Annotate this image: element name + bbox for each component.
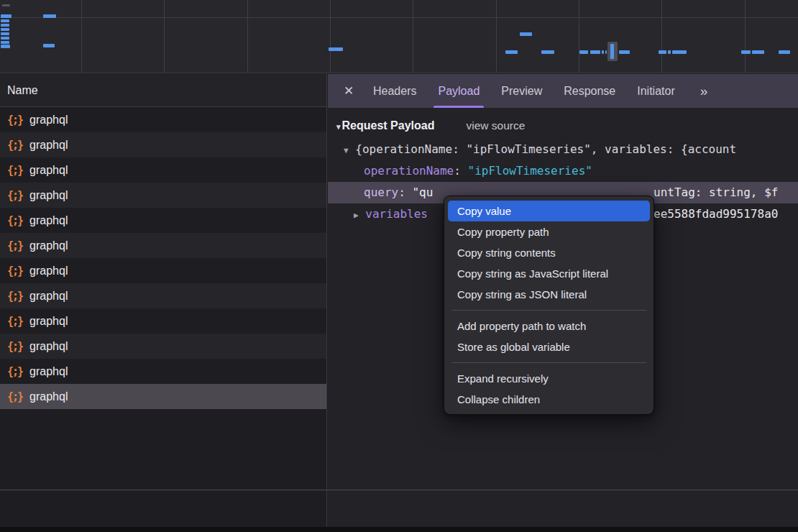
tab-payload[interactable]: Payload	[427, 74, 490, 108]
json-braces-icon: {;}	[7, 390, 22, 403]
overview-request-bar	[505, 50, 518, 54]
request-payload-title: Request Payload	[342, 119, 435, 132]
network-overview-timeline[interactable]	[0, 0, 798, 73]
network-request-row[interactable]: {;}graphql	[0, 384, 326, 409]
overview-lane-divider	[0, 17, 798, 18]
section-collapse-icon[interactable]: ▾	[336, 122, 341, 132]
overview-request-bar	[1, 24, 9, 27]
request-name-label: graphql	[29, 114, 68, 127]
request-name-label: graphql	[29, 164, 68, 177]
value-overflow-fragment: untTag: string, $f	[653, 182, 778, 203]
overview-gridline	[579, 0, 579, 73]
context-menu: Copy valueCopy property pathCopy string …	[444, 196, 654, 415]
json-braces-icon: {;}	[7, 214, 22, 227]
summary-divider	[0, 490, 798, 490]
request-name-label: graphql	[29, 390, 68, 403]
tab-headers[interactable]: Headers	[362, 74, 427, 108]
request-name-label: graphql	[29, 365, 68, 378]
network-request-row[interactable]: {;}graphql	[0, 359, 326, 384]
overview-request-bar	[541, 50, 554, 54]
menu-item-copy-value[interactable]: Copy value	[448, 201, 650, 221]
overview-request-bar	[752, 50, 764, 54]
overview-request-bar	[605, 50, 607, 54]
overview-request-bar	[1, 32, 9, 35]
tree-twisty-icon[interactable]: ▼	[344, 146, 349, 155]
overview-gridline	[81, 0, 82, 73]
bottom-edge-bar	[0, 527, 798, 532]
property-key: variables	[365, 207, 428, 221]
request-name-label: graphql	[29, 139, 68, 152]
network-request-row[interactable]: {;}graphql	[0, 208, 326, 233]
json-braces-icon: {;}	[7, 164, 22, 177]
overview-gridline	[745, 0, 746, 73]
network-request-row[interactable]: {;}graphql	[0, 132, 326, 157]
request-name-label: graphql	[29, 315, 68, 328]
network-request-row[interactable]: {;}graphql	[0, 107, 326, 132]
property-value: "ipFlowTimeseries"	[468, 164, 592, 178]
json-braces-icon: {;}	[7, 340, 22, 353]
request-name-label: graphql	[29, 189, 68, 202]
tab-strip: HeadersPayloadPreviewResponseInitiator	[362, 74, 686, 108]
tab-preview[interactable]: Preview	[490, 74, 553, 108]
overview-request-bar	[659, 50, 666, 54]
menu-item-copy-string-as-json-literal[interactable]: Copy string as JSON literal	[448, 284, 650, 305]
overview-request-bar	[619, 50, 630, 54]
request-name-label: graphql	[29, 239, 68, 252]
menu-item-collapse-children[interactable]: Collapse children	[448, 389, 650, 410]
network-request-row[interactable]: {;}graphql	[0, 283, 326, 308]
request-name-label: graphql	[29, 290, 68, 303]
overview-request-bar	[1, 14, 12, 18]
network-request-row[interactable]: {;}graphql	[0, 308, 326, 334]
menu-item-store-as-global-variable[interactable]: Store as global variable	[448, 336, 650, 357]
payload-tree-row[interactable]: operationName: "ipFlowTimeseries"	[328, 160, 798, 182]
json-braces-icon: {;}	[7, 290, 22, 303]
menu-item-expand-recursively[interactable]: Expand recursively	[448, 368, 650, 389]
overview-request-bar	[741, 50, 751, 54]
overview-request-bar	[329, 47, 343, 51]
overview-request-bar	[1, 19, 9, 22]
json-braces-icon: {;}	[7, 315, 22, 328]
network-request-row[interactable]: {;}graphql	[0, 183, 326, 208]
menu-item-add-property-path-to-watch[interactable]: Add property path to watch	[448, 316, 650, 336]
request-name-label: graphql	[29, 265, 68, 278]
json-braces-icon: {;}	[7, 265, 22, 278]
overview-gridline	[164, 0, 165, 73]
overview-gridline	[496, 0, 497, 73]
payload-tree-row[interactable]: ▼ {operationName: "ipFlowTimeseries", va…	[328, 139, 798, 160]
overview-request-bar	[779, 50, 790, 54]
overview-request-bar	[668, 50, 671, 54]
network-request-row[interactable]: {;}graphql	[0, 157, 326, 183]
tree-twisty-icon[interactable]: ▶	[354, 211, 359, 220]
menu-item-copy-string-as-javascript-literal[interactable]: Copy string as JavaScript literal	[448, 263, 650, 284]
key-colon: :	[398, 185, 412, 199]
overview-request-bar	[1, 41, 9, 44]
request-payload-section-header[interactable]: ▾ Request Payload view source	[328, 108, 798, 139]
json-braces-icon: {;}	[7, 114, 22, 127]
request-list: {;}graphql{;}graphql{;}graphql{;}graphql…	[0, 107, 326, 409]
menu-item-copy-string-contents[interactable]: Copy string contents	[448, 242, 650, 263]
network-request-row[interactable]: {;}graphql	[0, 334, 326, 359]
network-request-row[interactable]: {;}graphql	[0, 258, 326, 283]
tab-response[interactable]: Response	[553, 74, 626, 108]
overview-request-bar	[1, 28, 9, 31]
overview-marker-bar	[610, 44, 614, 59]
object-preview-text: {operationName: "ipFlowTimeseries", vari…	[355, 142, 736, 156]
json-braces-icon: {;}	[7, 365, 22, 378]
overview-request-bar	[520, 32, 532, 36]
menu-item-copy-property-path[interactable]: Copy property path	[448, 221, 650, 242]
overview-gridline	[330, 0, 331, 73]
value-overflow-fragment: ee5588fdad995178a0	[653, 203, 778, 225]
more-tabs-icon[interactable]: »	[692, 74, 715, 108]
details-tabbar: ✕ HeadersPayloadPreviewResponseInitiator…	[328, 74, 798, 108]
name-column-label: Name	[7, 84, 38, 97]
key-colon: :	[454, 164, 467, 178]
json-braces-icon: {;}	[7, 239, 22, 252]
close-icon[interactable]: ✕	[335, 74, 362, 108]
overview-request-bar	[590, 50, 600, 54]
network-request-row[interactable]: {;}graphql	[0, 233, 326, 258]
overview-request-bar	[43, 44, 55, 47]
view-source-link[interactable]: view source	[466, 119, 525, 132]
name-column-header[interactable]: Name	[0, 74, 326, 107]
overview-request-bar	[579, 50, 588, 54]
tab-initiator[interactable]: Initiator	[626, 74, 685, 108]
